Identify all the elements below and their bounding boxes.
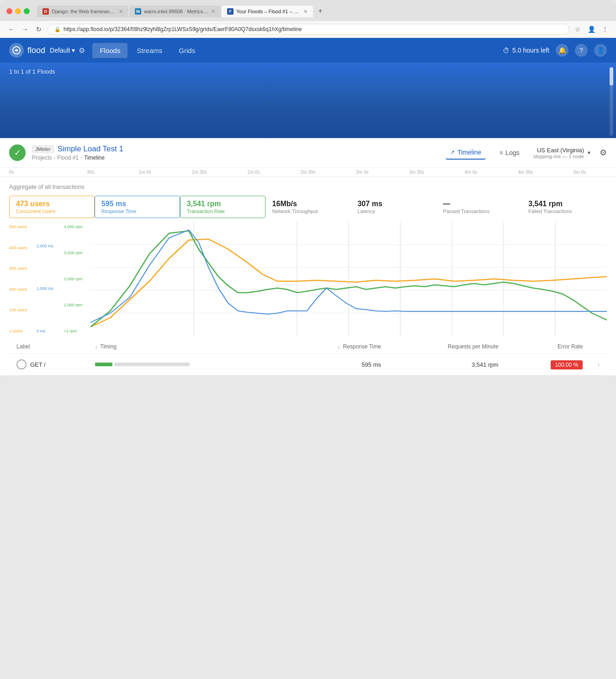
y-users-2: 200 users xyxy=(9,287,36,292)
close-button[interactable] xyxy=(6,8,12,14)
col-label: Label xyxy=(9,340,88,354)
response-sort-icon: ↓ xyxy=(338,344,340,349)
nav-grids[interactable]: Grids xyxy=(171,43,202,58)
nav-floods[interactable]: Floods xyxy=(92,43,127,58)
region-node: slopping-rire — 1 node xyxy=(533,154,584,159)
new-tab-button[interactable]: + xyxy=(314,5,327,17)
timeline-label: Timeline xyxy=(457,149,481,156)
row-rpm: 3,541 rpm xyxy=(472,361,499,368)
row-chevron-cell[interactable]: › xyxy=(590,354,607,375)
lock-icon: 🔒 xyxy=(54,27,61,32)
col-rpm: Requests per Minute xyxy=(388,340,506,354)
browser-tab-1[interactable]: D Django: the Web framework fe... ✕ xyxy=(37,5,128,17)
tab-close-1[interactable]: ✕ xyxy=(119,9,123,15)
row-rpm-cell: 3,541 rpm xyxy=(388,354,506,375)
row-label-cell: GET / xyxy=(9,354,88,375)
back-button[interactable]: ← xyxy=(6,24,16,34)
maximize-button[interactable] xyxy=(24,8,30,14)
scrollbar-thumb[interactable] xyxy=(610,67,613,86)
timing-bar-gray xyxy=(114,363,190,366)
metric-throughput[interactable]: 16Mb/s Network Throughput xyxy=(266,196,351,218)
browser-actions: ☆ 👤 ⋮ xyxy=(573,26,610,33)
metric-response[interactable]: 595 ms Response Time xyxy=(95,196,180,218)
more-icon[interactable]: ⋮ xyxy=(600,26,610,33)
chart-area: 500 users 400 users 300 users 200 users … xyxy=(9,222,607,336)
tick-10: 5m 0s xyxy=(552,170,607,175)
table-row[interactable]: GET / 595 ms 3, xyxy=(9,354,607,375)
tab-close-2[interactable]: ✕ xyxy=(211,9,215,15)
y-users-1: 100 users xyxy=(9,308,36,312)
timeline-icon: ↗ xyxy=(450,149,455,155)
col-timing[interactable]: ↓ Timing xyxy=(88,340,284,354)
settings-icon[interactable]: ⚙ xyxy=(79,46,85,55)
region-dropdown-icon[interactable]: ▾ xyxy=(588,150,590,156)
scrollbar[interactable] xyxy=(610,67,613,136)
metric-passed[interactable]: — Passed Transactions xyxy=(436,196,521,218)
metric-users[interactable]: 473 users Concurrent Users xyxy=(9,196,95,218)
y-users-5: 500 users xyxy=(9,225,36,229)
metric-response-label: Response Time xyxy=(101,209,173,214)
minimize-button[interactable] xyxy=(15,8,21,14)
table-body: GET / 595 ms 3, xyxy=(9,354,607,375)
notifications-button[interactable]: 🔔 xyxy=(556,44,568,57)
tick-1: 30s xyxy=(64,170,118,175)
region-name: US East (Virginia) xyxy=(533,147,584,154)
y-users-3: 300 users xyxy=(9,266,36,271)
default-dropdown[interactable]: Default ▾ xyxy=(50,47,75,54)
col-response-time[interactable]: ↓ Response Time xyxy=(284,340,388,354)
address-bar[interactable]: 🔒 https://app.flood.io/p/32364/f/8hz9lzy… xyxy=(48,24,569,35)
col-actions xyxy=(590,340,607,354)
y-axis-rpm: 4,000 rpm 3,000 rpm 2,000 rpm 1,000 rpm … xyxy=(64,222,90,336)
account-icon[interactable]: 👤 xyxy=(587,26,596,33)
metric-latency-label: Latency xyxy=(357,209,429,214)
y-ms-3: 2,000 ms xyxy=(37,244,63,248)
test-title: Simple Load Test 1 xyxy=(58,144,123,154)
timeline-view-btn[interactable]: ↗ Timeline xyxy=(446,146,486,160)
breadcrumb-projects[interactable]: Projects xyxy=(32,155,52,161)
logs-view-btn[interactable]: ≡ Logs xyxy=(495,146,524,159)
tick-0: 0s xyxy=(9,170,64,175)
breadcrumb-current: Timeline xyxy=(84,155,105,161)
browser-addressbar: ← → ↻ 🔒 https://app.flood.io/p/32364/f/8… xyxy=(0,21,616,38)
y-users-4: 400 users xyxy=(9,246,36,250)
star-icon[interactable]: ☆ xyxy=(573,26,582,33)
y-rpm-2: 2,000 rpm xyxy=(64,277,90,281)
default-label: Default xyxy=(50,47,70,54)
browser-tab-3[interactable]: F Your Floods – Flood #1 – Timel... ✕ xyxy=(222,5,313,17)
logo-icon xyxy=(9,43,24,58)
metric-latency[interactable]: 307 ms Latency xyxy=(350,196,436,218)
help-button[interactable]: ? xyxy=(575,44,588,57)
y-axis-users: 500 users 400 users 300 users 200 users … xyxy=(9,222,36,336)
region-info: US East (Virginia) slopping-rire — 1 nod… xyxy=(533,147,584,159)
tab-close-3[interactable]: ✕ xyxy=(303,9,308,15)
metric-failed-label: Failed Transactions xyxy=(528,209,600,214)
y-ms-0: 0 ms xyxy=(37,329,63,333)
row-expand-icon[interactable]: › xyxy=(597,361,600,368)
tick-7: 3m 30s xyxy=(389,170,444,175)
refresh-button[interactable]: ↻ xyxy=(34,24,44,34)
test-actions: ↗ Timeline ≡ Logs US East (Virginia) slo… xyxy=(446,146,607,160)
nav-links: Floods Streams Grids xyxy=(92,43,202,58)
tab-label-3: Your Floods – Flood #1 – Timel... xyxy=(236,9,301,14)
floods-banner: 1 to 1 of 1 Floods xyxy=(0,63,616,138)
browser-tab-2[interactable]: W warm-inlet-99608 · Metrics | H... ✕ xyxy=(129,5,221,17)
row-timing-cell xyxy=(88,354,284,375)
col-error-rate: Error Rate xyxy=(506,340,590,354)
browser-tabs: D Django: the Web framework fe... ✕ W wa… xyxy=(37,5,610,17)
breadcrumb-flood[interactable]: Flood #1 xyxy=(57,155,79,161)
tick-2: 1m 0s xyxy=(118,170,172,175)
region-selector[interactable]: US East (Virginia) slopping-rire — 1 nod… xyxy=(533,147,590,159)
y-rpm-4: 4,000 rpm xyxy=(64,225,90,229)
chart-svg xyxy=(90,222,607,336)
forward-button[interactable]: → xyxy=(20,24,30,34)
breadcrumb-sep-2: › xyxy=(80,155,82,161)
tick-4: 2m 0s xyxy=(227,170,281,175)
user-menu-button[interactable]: 👤 xyxy=(594,44,607,57)
metric-failed[interactable]: 3,541 rpm Failed Transactions xyxy=(521,196,607,218)
url-text: https://app.flood.io/p/32364/f/8hz9lzyh8… xyxy=(64,26,302,32)
nav-streams[interactable]: Streams xyxy=(129,43,170,58)
timing-bar xyxy=(95,363,277,366)
metrics-cards: 473 users Concurrent Users 595 ms Respon… xyxy=(9,196,607,218)
metric-txrate[interactable]: 3,541 rpm Transaction Rate xyxy=(180,196,266,218)
test-settings-icon[interactable]: ⚙ xyxy=(600,148,607,158)
